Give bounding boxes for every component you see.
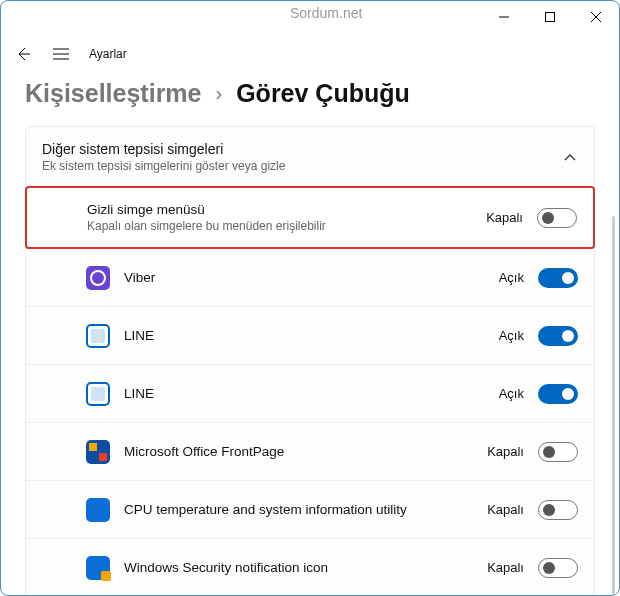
scrollbar[interactable] (612, 216, 615, 596)
list-item: CPU temperature and system information u… (26, 480, 594, 538)
list-item: LINEAçık (26, 306, 594, 364)
toggle-state-label: Kapalı (487, 502, 524, 517)
top-toolbar: Ayarlar (1, 33, 619, 75)
toggle-switch[interactable] (538, 326, 578, 346)
app-icon (86, 556, 110, 580)
tray-icons-section: Diğer sistem tepsisi simgeleri Ek sistem… (25, 126, 595, 596)
toggle-knob (562, 330, 574, 342)
item-title: LINE (124, 386, 499, 401)
section-title: Diğer sistem tepsisi simgeleri (42, 141, 544, 157)
breadcrumb: Kişiselleştirme › Görev Çubuğu (1, 75, 619, 126)
list-item: LINEAçık (26, 364, 594, 422)
toggle-switch[interactable] (537, 208, 577, 228)
app-icon (86, 324, 110, 348)
chevron-right-icon: › (216, 82, 223, 105)
toggle-state-label: Kapalı (487, 444, 524, 459)
toggle-state-label: Açık (499, 386, 524, 401)
toggle-knob (543, 446, 555, 458)
app-icon (86, 498, 110, 522)
back-arrow-icon (15, 46, 31, 62)
item-text: CPU temperature and system information u… (124, 502, 487, 517)
breadcrumb-current: Görev Çubuğu (236, 79, 410, 108)
menu-button[interactable] (51, 44, 71, 64)
list-item: ViberAçık (26, 248, 594, 306)
item-title: Viber (124, 270, 499, 285)
list-item: Gizli simge menüsüKapalı olan simgelere … (25, 186, 595, 249)
close-button[interactable] (573, 1, 619, 33)
list-item: Windows Security notification iconKapalı (26, 538, 594, 596)
items-list: Gizli simge menüsüKapalı olan simgelere … (26, 186, 594, 596)
toggle-state-label: Açık (499, 270, 524, 285)
toggle-switch[interactable] (538, 442, 578, 462)
titlebar: Sordum.net (1, 1, 619, 33)
close-icon (591, 12, 601, 22)
item-text: Viber (124, 270, 499, 285)
chevron-up-icon (564, 148, 576, 166)
breadcrumb-parent[interactable]: Kişiselleştirme (25, 79, 202, 108)
item-text: Microsoft Office FrontPage (124, 444, 487, 459)
app-icon (86, 382, 110, 406)
toggle-switch[interactable] (538, 268, 578, 288)
hamburger-icon (53, 48, 69, 60)
item-title: Microsoft Office FrontPage (124, 444, 487, 459)
item-title: LINE (124, 328, 499, 343)
watermark-text: Sordum.net (290, 5, 362, 21)
toggle-state-label: Açık (499, 328, 524, 343)
item-text: Gizli simge menüsüKapalı olan simgelere … (87, 202, 486, 233)
content-area: Diğer sistem tepsisi simgeleri Ek sistem… (1, 126, 619, 596)
toggle-knob (562, 388, 574, 400)
toggle-knob (543, 562, 555, 574)
section-header[interactable]: Diğer sistem tepsisi simgeleri Ek sistem… (26, 127, 594, 187)
maximize-button[interactable] (527, 1, 573, 33)
toggle-state-label: Kapalı (486, 210, 523, 225)
item-title: CPU temperature and system information u… (124, 502, 487, 517)
svg-rect-1 (546, 13, 555, 22)
app-icon (86, 440, 110, 464)
item-title: Gizli simge menüsü (87, 202, 486, 217)
list-item: Microsoft Office FrontPageKapalı (26, 422, 594, 480)
minimize-button[interactable] (481, 1, 527, 33)
item-title: Windows Security notification icon (124, 560, 487, 575)
toggle-switch[interactable] (538, 500, 578, 520)
toggle-switch[interactable] (538, 558, 578, 578)
item-text: Windows Security notification icon (124, 560, 487, 575)
toggle-knob (543, 504, 555, 516)
item-text: LINE (124, 328, 499, 343)
toggle-state-label: Kapalı (487, 560, 524, 575)
window-controls (481, 1, 619, 33)
app-title: Ayarlar (89, 47, 127, 61)
item-text: LINE (124, 386, 499, 401)
toggle-switch[interactable] (538, 384, 578, 404)
toggle-knob (562, 272, 574, 284)
maximize-icon (545, 12, 555, 22)
toggle-knob (542, 212, 554, 224)
item-subtitle: Kapalı olan simgelere bu menüden erişile… (87, 219, 486, 233)
app-icon (86, 266, 110, 290)
back-button[interactable] (13, 44, 33, 64)
minimize-icon (499, 12, 509, 22)
section-subtitle: Ek sistem tepsisi simgelerini göster vey… (42, 159, 544, 173)
